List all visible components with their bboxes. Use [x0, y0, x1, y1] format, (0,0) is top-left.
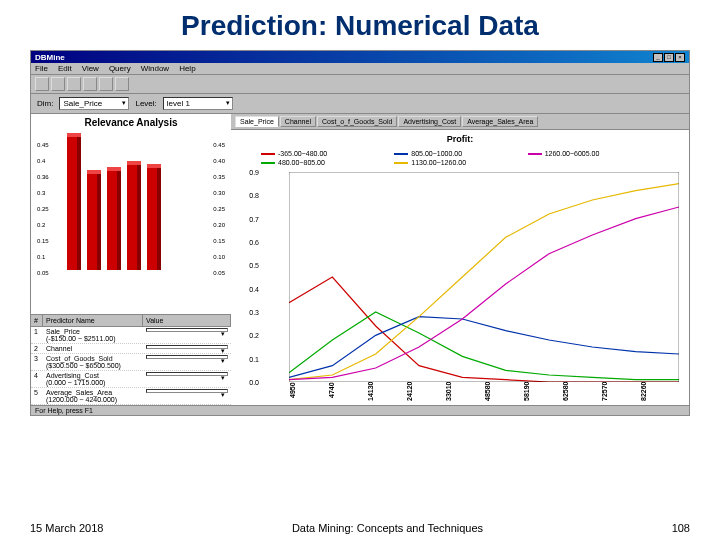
- profit-xtick: 82260: [640, 382, 679, 402]
- close-button[interactable]: ×: [675, 53, 685, 62]
- pred-value[interactable]: [143, 327, 231, 343]
- tool-btn-3[interactable]: [67, 77, 81, 91]
- profit-ytick: 0.0: [249, 379, 259, 386]
- profit-xtick: 14130: [367, 382, 406, 402]
- pred-value[interactable]: [143, 388, 231, 404]
- legend-item: 805.00~1000.00: [394, 150, 525, 157]
- tab-cogs[interactable]: Cost_o_f_Goods_Sold: [317, 116, 397, 127]
- menu-window[interactable]: Window: [141, 64, 169, 73]
- app-title: DBMine: [35, 53, 65, 62]
- relevance-chart: 0.450.40.360.30.250.20.150.10.05 0.450.4…: [37, 130, 225, 308]
- legend-label: 480.00~805.00: [278, 159, 325, 166]
- tool-btn-6[interactable]: [115, 77, 129, 91]
- menu-file[interactable]: File: [35, 64, 48, 73]
- rel-ytick-right: 0.10: [213, 254, 225, 260]
- predictor-row[interactable]: 3Cost_of_Goods_Sold($300.500 ~ $6500.500…: [31, 354, 231, 371]
- rel-ytick-left: 0.1: [37, 254, 45, 260]
- menu-edit[interactable]: Edit: [58, 64, 72, 73]
- pred-num: 5: [31, 388, 43, 404]
- rel-ytick-left: 0.05: [37, 270, 49, 276]
- relevance-panel: Relevance Analysis 0.450.40.360.30.250.2…: [31, 114, 231, 314]
- rel-ytick-left: 0.4: [37, 158, 45, 164]
- legend-label: 1130.00~1260.00: [411, 159, 466, 166]
- footer-date: 15 March 2018: [30, 522, 103, 534]
- pred-value[interactable]: [143, 354, 231, 370]
- legend-swatch: [528, 153, 542, 155]
- pred-value[interactable]: [143, 344, 231, 353]
- level-dropdown[interactable]: level 1: [163, 97, 233, 110]
- profit-xtick: 24120: [406, 382, 445, 402]
- dim-dropdown[interactable]: Sale_Price: [59, 97, 129, 110]
- legend-swatch: [261, 153, 275, 155]
- profit-ytick: 0.8: [249, 192, 259, 199]
- maximize-button[interactable]: □: [664, 53, 674, 62]
- profit-ytick: 0.7: [249, 215, 259, 222]
- menu-query[interactable]: Query: [109, 64, 131, 73]
- rel-ytick-left: 0.15: [37, 238, 49, 244]
- tab-row: Sale_Price Channel Cost_o_f_Goods_Sold A…: [231, 114, 689, 130]
- pred-num: 4: [31, 371, 43, 387]
- legend-swatch: [394, 153, 408, 155]
- profit-ytick: 0.9: [249, 169, 259, 176]
- rel-ytick-left: 0.3: [37, 190, 45, 196]
- statusbar: For Help, press F1: [31, 405, 689, 415]
- relevance-title: Relevance Analysis: [34, 117, 228, 128]
- tool-btn-1[interactable]: [35, 77, 49, 91]
- rel-ytick-right: 0.05: [213, 270, 225, 276]
- legend-label: -365.00~480.00: [278, 150, 327, 157]
- tab-sale-price[interactable]: Sale_Price: [235, 116, 279, 127]
- profit-series-line: [289, 312, 679, 380]
- menu-view[interactable]: View: [82, 64, 99, 73]
- tab-area[interactable]: Average_Sales_Area: [462, 116, 538, 127]
- tab-channel[interactable]: Channel: [280, 116, 316, 127]
- tool-btn-5[interactable]: [99, 77, 113, 91]
- profit-ytick: 0.2: [249, 332, 259, 339]
- legend-label: 1260.00~6005.00: [545, 150, 600, 157]
- predictor-row[interactable]: 5Average_Sales_Area(1200.000 ~ 4240.000): [31, 388, 231, 405]
- rel-ytick-right: 0.35: [213, 174, 225, 180]
- legend-item: 1130.00~1260.00: [394, 159, 525, 166]
- rel-ytick-left: 0.45: [37, 142, 49, 148]
- pred-name: Advertising_Cost(0.000 ~ 1715.000): [43, 371, 143, 387]
- predictor-row[interactable]: 4Advertising_Cost(0.000 ~ 1715.000): [31, 371, 231, 388]
- menu-help[interactable]: Help: [179, 64, 195, 73]
- rel-ytick-right: 0.30: [213, 190, 225, 196]
- profit-chart: 0.90.80.70.60.50.40.30.20.10.0 495047401…: [261, 172, 679, 402]
- legend-item: 480.00~805.00: [261, 159, 392, 166]
- profit-ytick: 0.3: [249, 308, 259, 315]
- relevance-bar: [107, 167, 121, 270]
- app-window: DBMine _ □ × File Edit View Query Window…: [30, 50, 690, 416]
- legend-item: 1260.00~6005.00: [528, 150, 659, 157]
- dropdown-row: Dim: Sale_Price Level: level 1: [31, 94, 689, 114]
- pred-name: Average_Sales_Area(1200.000 ~ 4240.000): [43, 388, 143, 404]
- profit-xtick: 48580: [484, 382, 523, 402]
- legend-item: -365.00~480.00: [261, 150, 392, 157]
- legend-label: 805.00~1000.00: [411, 150, 462, 157]
- rel-ytick-left: 0.36: [37, 174, 49, 180]
- tool-btn-4[interactable]: [83, 77, 97, 91]
- profit-xtick: 4740: [328, 382, 367, 402]
- profit-xtick: 4950: [289, 382, 328, 402]
- predictor-row[interactable]: 2Channel: [31, 344, 231, 354]
- profit-xtick: 58190: [523, 382, 562, 402]
- relevance-bar: [67, 133, 81, 270]
- profit-ytick: 0.6: [249, 238, 259, 245]
- predictor-header: # Predictor Name Value: [31, 315, 231, 327]
- profit-ytick: 0.1: [249, 355, 259, 362]
- menubar: File Edit View Query Window Help: [31, 63, 689, 75]
- slide-title: Prediction: Numerical Data: [30, 10, 690, 42]
- minimize-button[interactable]: _: [653, 53, 663, 62]
- pred-num: 1: [31, 327, 43, 343]
- dim-label: Dim:: [37, 99, 53, 108]
- profit-title: Profit:: [231, 134, 689, 144]
- tab-adv[interactable]: Advertising_Cost: [398, 116, 461, 127]
- pred-value[interactable]: [143, 371, 231, 387]
- tool-btn-2[interactable]: [51, 77, 65, 91]
- col-value: Value: [143, 315, 231, 326]
- pred-name: Channel: [43, 344, 143, 353]
- profit-xtick: 33010: [445, 382, 484, 402]
- profit-ytick: 0.4: [249, 285, 259, 292]
- legend: -365.00~480.00805.00~1000.001260.00~6005…: [231, 148, 689, 172]
- rel-ytick-right: 0.20: [213, 222, 225, 228]
- predictor-row[interactable]: 1Sale_Price(-$150.00 ~ $2511.00): [31, 327, 231, 344]
